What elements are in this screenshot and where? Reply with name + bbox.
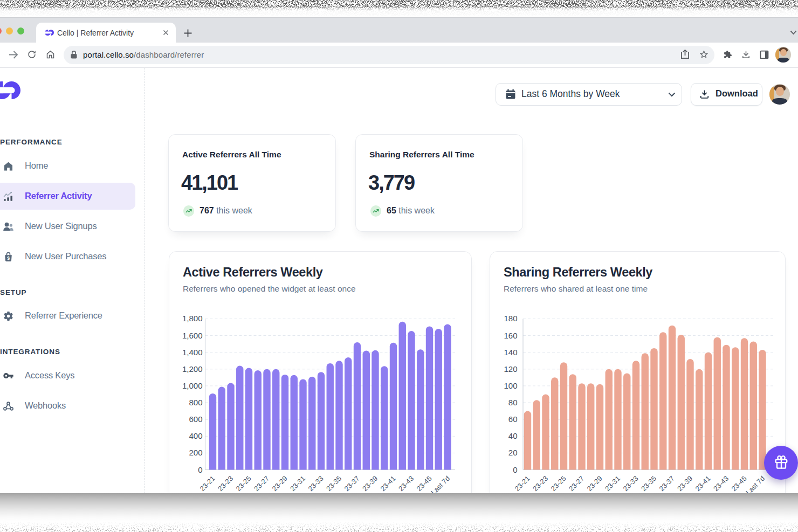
svg-text:23-23: 23-23	[216, 474, 235, 493]
svg-text:1,200: 1,200	[182, 364, 203, 374]
svg-text:1,400: 1,400	[182, 348, 203, 357]
svg-text:23-29: 23-29	[271, 474, 289, 493]
svg-text:23-43: 23-43	[397, 474, 415, 493]
svg-text:23-39: 23-39	[676, 474, 694, 493]
svg-text:23-31: 23-31	[288, 474, 307, 493]
svg-text:23-41: 23-41	[694, 474, 712, 493]
svg-text:0: 0	[198, 465, 202, 474]
svg-text:23-37: 23-37	[343, 474, 361, 493]
svg-text:20: 20	[508, 448, 518, 457]
svg-text:140: 140	[504, 348, 517, 357]
svg-text:60: 60	[508, 414, 518, 424]
svg-text:0: 0	[513, 465, 517, 474]
svg-text:80: 80	[508, 398, 518, 407]
svg-text:120: 120	[504, 364, 517, 374]
svg-text:23-21: 23-21	[198, 474, 217, 493]
svg-text:400: 400	[189, 431, 202, 440]
svg-text:23-41: 23-41	[379, 474, 397, 493]
svg-text:23-43: 23-43	[712, 474, 730, 493]
svg-text:100: 100	[504, 381, 517, 390]
svg-text:23-39: 23-39	[361, 474, 379, 493]
svg-text:23-23: 23-23	[531, 474, 549, 493]
svg-text:23-25: 23-25	[235, 474, 253, 493]
svg-text:200: 200	[189, 448, 202, 457]
svg-text:$: $	[7, 255, 10, 261]
svg-text:23-37: 23-37	[658, 474, 676, 493]
svg-text:1,000: 1,000	[182, 381, 203, 390]
svg-text:23-35: 23-35	[325, 474, 343, 493]
svg-text:800: 800	[189, 398, 202, 407]
svg-text:23-27: 23-27	[567, 474, 586, 493]
svg-text:600: 600	[189, 414, 202, 424]
svg-text:23-21: 23-21	[513, 474, 532, 493]
svg-text:23-27: 23-27	[252, 474, 271, 493]
svg-text:23-35: 23-35	[639, 474, 658, 493]
svg-text:160: 160	[504, 331, 517, 340]
svg-text:23-33: 23-33	[307, 474, 325, 493]
svg-text:1,600: 1,600	[182, 331, 203, 340]
svg-text:23-31: 23-31	[603, 474, 622, 493]
svg-text:180: 180	[504, 314, 517, 323]
svg-text:1,800: 1,800	[182, 314, 203, 323]
svg-text:23-33: 23-33	[622, 474, 640, 493]
svg-text:40: 40	[508, 431, 518, 440]
svg-text:23-25: 23-25	[549, 474, 568, 493]
svg-text:23-29: 23-29	[586, 474, 604, 493]
